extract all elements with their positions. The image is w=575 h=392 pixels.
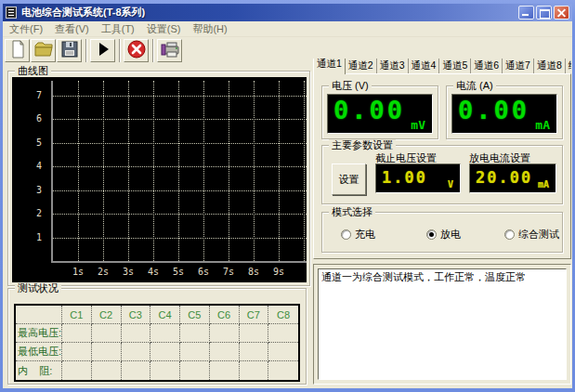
table-cell [150, 361, 180, 380]
mode-radio-combined-test[interactable]: 综合测试 [504, 228, 559, 242]
table-cell [210, 343, 240, 361]
status-message-panel: 通道一为综合测试模式，工作正常，温度正常 [313, 264, 571, 385]
column-header: C6 [210, 306, 240, 324]
mode-radio-charge[interactable]: 充电 [341, 228, 375, 242]
table-cell [268, 324, 298, 343]
y-tick-label: 7 [16, 90, 42, 100]
app-icon [6, 7, 17, 19]
row-header: 内 阻: [16, 361, 62, 380]
radio-icon [504, 229, 515, 240]
curve-groupbox: 曲线图 76543211s2s3s4s5s6s7s8s9s [7, 71, 310, 286]
row-header: 最低电压: [16, 343, 62, 361]
discharge-current-display: 20.00 mA [469, 163, 556, 193]
x-gridline [254, 81, 255, 261]
toolbar-separator [119, 39, 121, 62]
column-header: C5 [180, 306, 210, 324]
radio-label: 放电 [440, 228, 461, 242]
table-cell [180, 324, 210, 343]
test-status-groupbox: 测试状况 C1C2C3C4C5C6C7C8最高电压:最低电压:内 阻: [7, 288, 307, 385]
menu-item-file[interactable]: 文件(F) [9, 22, 43, 36]
set-params-button[interactable]: 设置 [332, 163, 366, 195]
app-window: 电池综合测试系统(T-8系列) 文件(F)查看(V)工具(T)设置(S)帮助(H… [0, 0, 575, 392]
voltage-unit: mV [411, 118, 425, 132]
device-button[interactable] [157, 39, 182, 62]
table-cell [268, 343, 298, 361]
cutoff-voltage-display: 1.00 V [375, 163, 461, 193]
test-status-group-label: 测试状况 [15, 282, 61, 294]
radio-icon [426, 229, 437, 240]
stop-icon [127, 40, 146, 61]
table-cell [268, 361, 298, 380]
stop-test-button[interactable] [124, 39, 149, 62]
menu-item-settings[interactable]: 设置(S) [147, 22, 181, 36]
x-gridline [103, 81, 104, 261]
x-gridline [279, 81, 280, 261]
test-status-table: C1C2C3C4C5C6C7C8最高电压:最低电压:内 阻: [14, 304, 300, 382]
y-gridline [53, 166, 307, 167]
save-button[interactable] [57, 39, 82, 62]
radio-label: 综合测试 [518, 228, 559, 242]
x-tick-label: 6s [193, 267, 214, 277]
toolbar-separator [85, 39, 87, 62]
menu-bar: 文件(F)查看(V)工具(T)设置(S)帮助(H) [3, 21, 572, 37]
new-file-button[interactable] [5, 39, 30, 62]
x-gridline [78, 81, 79, 261]
column-header: C7 [240, 306, 269, 324]
y-tick-label: 6 [16, 113, 42, 124]
y-gridline [53, 119, 307, 120]
table-cell [180, 343, 210, 361]
tab-channel-8[interactable]: 通道8 [534, 59, 566, 74]
table-cell [92, 361, 122, 380]
tab-channel-6[interactable]: 通道6 [471, 59, 503, 74]
voltage-value: 0.00 [333, 96, 405, 124]
x-tick-label: 8s [243, 267, 264, 277]
table-cell [240, 324, 269, 343]
current-lcd-display: 0.00 mA [451, 94, 557, 134]
x-tick-label: 2s [93, 267, 113, 277]
channel-tabstrip: 通道1通道2通道3通道4通道5通道6通道7通道8绘图通用 [313, 59, 571, 74]
table-cell [62, 343, 92, 361]
mode-groupbox: 模式选择 充电放电综合测试 [321, 212, 563, 253]
status-message-box[interactable]: 通道一为综合测试模式，工作正常，温度正常 [318, 268, 567, 380]
new-file-icon [8, 40, 27, 61]
y-tick-label: 3 [16, 185, 42, 195]
tab-channel-7[interactable]: 通道7 [503, 59, 534, 74]
current-group-label: 电流 (A) [453, 80, 496, 92]
row-header: 最高电压: [16, 324, 62, 343]
maximize-button[interactable] [536, 6, 552, 20]
tab-channel-3[interactable]: 通道3 [377, 59, 409, 74]
table-cell [92, 343, 122, 361]
voltage-groupbox: 电压 (V) 0.00 mV [321, 85, 438, 139]
table-cell [122, 343, 151, 361]
x-tick-label: 9s [268, 267, 289, 277]
x-tick-label: 3s [118, 267, 138, 277]
y-gridline [53, 96, 307, 97]
x-gridline [229, 81, 229, 261]
tab-channel-1[interactable]: 通道1 [313, 59, 346, 74]
minimize-button[interactable] [518, 6, 534, 20]
table-cell [240, 343, 269, 361]
start-test-button[interactable] [90, 39, 115, 62]
menu-item-view[interactable]: 查看(V) [55, 22, 89, 36]
table-cell [62, 324, 92, 343]
menu-item-tools[interactable]: 工具(T) [101, 22, 135, 36]
menu-item-help[interactable]: 帮助(H) [192, 22, 227, 36]
channel-tabpanel: 电压 (V) 0.00 mV 电流 (A) 0.00 mA 主要参数设置 设置 … [313, 73, 571, 259]
discharge-current-value: 20.00 [476, 168, 532, 187]
x-tick-label: 4s [143, 267, 163, 277]
params-group-label: 主要参数设置 [329, 139, 396, 151]
tab-plot[interactable]: 绘图 [566, 59, 571, 74]
tab-channel-5[interactable]: 通道5 [439, 59, 471, 74]
discharge-current-unit: mA [538, 179, 549, 189]
mode-radio-discharge[interactable]: 放电 [426, 228, 461, 242]
params-groupbox: 主要参数设置 设置 截止电压设置 1.00 V 放电电流设置 20.00 mA [321, 145, 563, 204]
y-gridline [53, 238, 307, 239]
tab-channel-2[interactable]: 通道2 [346, 59, 377, 74]
close-button[interactable] [554, 6, 569, 20]
open-file-button[interactable] [31, 39, 56, 62]
x-gridline [304, 81, 305, 261]
y-tick-label: 5 [16, 137, 42, 148]
y-gridline [53, 143, 307, 144]
y-tick-label: 2 [16, 208, 42, 218]
tab-channel-4[interactable]: 通道4 [409, 59, 440, 74]
